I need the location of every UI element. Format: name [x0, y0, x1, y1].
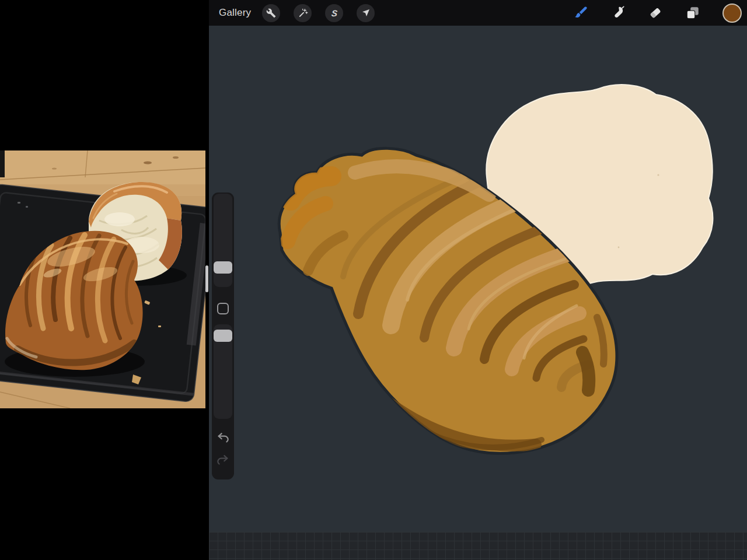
canvas[interactable]	[209, 26, 747, 560]
layers-button[interactable]	[685, 5, 701, 21]
magic-wand-icon	[298, 8, 308, 18]
paintbrush-icon	[573, 5, 588, 20]
undo-button[interactable]	[217, 432, 229, 443]
undo-icon	[219, 433, 228, 442]
brush-sidebar	[212, 192, 234, 480]
canvas-outside-area	[209, 532, 747, 560]
actions-button[interactable]	[262, 4, 280, 22]
redo-button[interactable]	[217, 454, 229, 466]
adjustments-button[interactable]	[294, 4, 312, 22]
sidebar-modify-button[interactable]	[217, 303, 229, 314]
screen: Gallery	[0, 0, 747, 560]
reference-pane	[0, 0, 209, 560]
splitview-divider-handle[interactable]	[205, 265, 208, 292]
procreate-pane: Gallery	[209, 0, 747, 560]
wrench-icon	[266, 8, 276, 18]
transform-button[interactable]	[357, 4, 375, 22]
smudge-tool-button[interactable]	[610, 5, 626, 21]
gallery-button[interactable]: Gallery	[219, 7, 251, 19]
eraser-icon	[648, 5, 663, 20]
redo-icon	[218, 456, 227, 464]
paint-tool-group	[573, 5, 701, 21]
transform-arrow-icon	[361, 8, 371, 18]
color-swatch-button[interactable]	[722, 4, 742, 23]
top-toolbar: Gallery	[209, 0, 747, 26]
layers-icon	[685, 5, 700, 20]
selection-s-icon: S	[331, 9, 338, 18]
canvas-artwork	[209, 26, 747, 560]
reference-photo	[0, 150, 205, 408]
smudge-icon	[610, 5, 626, 20]
opacity-handle[interactable]	[214, 330, 232, 342]
brush-size-handle[interactable]	[214, 261, 232, 274]
selection-button[interactable]: S	[325, 4, 343, 22]
erase-tool-button[interactable]	[647, 5, 664, 21]
paint-tool-button[interactable]	[573, 5, 589, 21]
